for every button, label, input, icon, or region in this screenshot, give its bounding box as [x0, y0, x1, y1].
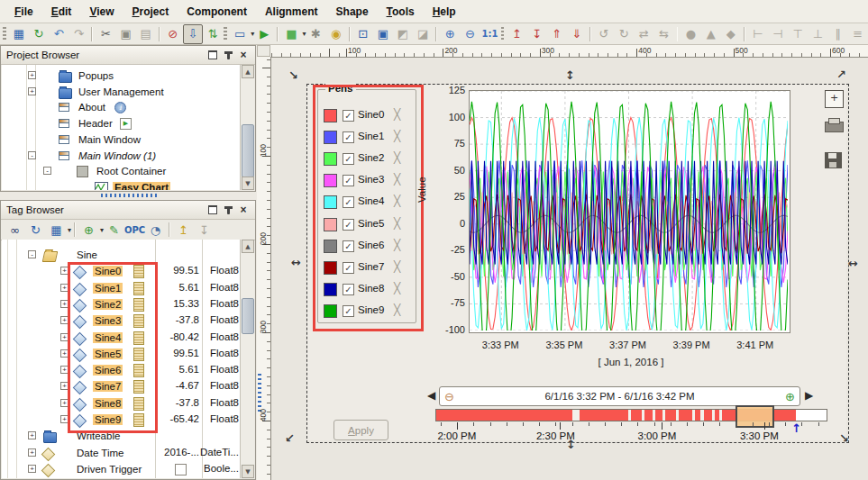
menu-shape[interactable]: Shape: [327, 3, 378, 21]
range-zoom-in-icon[interactable]: ⊕: [781, 390, 799, 403]
expand-icon[interactable]: +: [28, 431, 36, 439]
cut-icon[interactable]: ✂: [96, 24, 115, 44]
tag-datatype: Boole...: [191, 463, 239, 474]
tag-tree-row[interactable]: -Sine: [2, 247, 241, 263]
project-tree[interactable]: +Popups+User ManagementAboutiHeader▶Main…: [2, 65, 241, 190]
collapse-icon[interactable]: -: [28, 151, 36, 159]
project-tree-row[interactable]: Abouti: [2, 99, 241, 115]
bring-to-front-icon[interactable]: ⇑: [547, 24, 567, 44]
project-tree-row[interactable]: Main Window: [2, 131, 241, 148]
db-sync-icon[interactable]: ⇅: [203, 24, 223, 44]
tag-grid-icon[interactable]: ▦: [46, 220, 67, 240]
menu-help[interactable]: Help: [424, 3, 465, 21]
scan-class-clock-icon[interactable]: ◔: [145, 220, 166, 240]
scroll-up-icon[interactable]: ▲: [242, 65, 254, 78]
menu-component[interactable]: Component: [178, 3, 256, 21]
db-download-icon[interactable]: ⇩: [183, 24, 203, 44]
toolbar-drag-handle[interactable]: [3, 27, 6, 41]
project-tree-row[interactable]: +User Management: [2, 84, 241, 100]
close-panel-icon[interactable]: ×: [237, 49, 250, 61]
preview-play-icon[interactable]: ▶: [254, 24, 274, 44]
move-backward-icon[interactable]: ↧: [527, 24, 547, 44]
menu-view[interactable]: View: [80, 3, 123, 21]
refresh-tags-icon[interactable]: ↻: [25, 220, 46, 240]
project-tree-row[interactable]: Easy Chart: [2, 179, 241, 190]
tag-tree-scrollbar[interactable]: ▲ ▼: [240, 240, 254, 478]
easy-chart-plot[interactable]: [469, 90, 790, 333]
save-all-icon[interactable]: ▦: [9, 24, 29, 44]
float-panel-icon[interactable]: [206, 49, 219, 61]
project-tree-scrollbar[interactable]: ▲ ▼: [240, 65, 254, 190]
workspace-splitter-handle[interactable]: [258, 374, 261, 412]
scroll-down-icon[interactable]: ▼: [242, 465, 254, 478]
timeline-time-label: 3:00 PM: [630, 430, 684, 441]
scroll-down-icon[interactable]: ▼: [242, 177, 254, 190]
send-to-back-icon[interactable]: ⇓: [567, 24, 587, 44]
apply-button[interactable]: Apply: [333, 420, 388, 440]
range-next-button[interactable]: ▶: [805, 389, 813, 402]
resize-handle-bottom-right[interactable]: ↘: [839, 431, 849, 445]
project-tree-row[interactable]: -Root Container: [2, 163, 241, 179]
resize-handle-mid-right[interactable]: ↔: [848, 257, 858, 270]
scroll-up-icon[interactable]: ▲: [242, 240, 254, 253]
menu-alignment[interactable]: Alignment: [256, 3, 327, 21]
tag-tree-row[interactable]: +Date Time2016-...DateTi...: [2, 445, 241, 461]
import-tags-icon[interactable]: ↥: [173, 220, 194, 240]
dropdown-caret-icon[interactable]: ▾: [68, 226, 71, 234]
panel-splitter-handle[interactable]: [101, 194, 157, 197]
resize-handle-top-right[interactable]: ↗: [836, 68, 846, 81]
date-range-box[interactable]: ⊖ 6/1/16 3:32 PM - 6/1/16 3:42 PM ⊕: [439, 386, 800, 406]
toolbar-drag-handle[interactable]: [501, 27, 505, 41]
expand-icon[interactable]: +: [28, 87, 36, 95]
chart-save-button[interactable]: [825, 152, 842, 168]
resize-handle-top-left[interactable]: ↘: [288, 68, 298, 82]
db-cancel-icon[interactable]: ⊘: [163, 24, 183, 44]
scrollbar-thumb[interactable]: [242, 124, 254, 177]
menu-tools[interactable]: Tools: [378, 3, 424, 21]
undo-icon[interactable]: ↶: [49, 24, 69, 44]
move-forward-icon[interactable]: ↥: [507, 24, 526, 44]
add-tag-icon[interactable]: ⊕: [78, 220, 99, 240]
expand-icon[interactable]: +: [28, 71, 36, 79]
expand-icon[interactable]: +: [28, 448, 36, 457]
project-tree-row[interactable]: +Popups: [2, 68, 241, 84]
zoom-in-icon[interactable]: ⊕: [440, 24, 460, 44]
zoom-actual-icon[interactable]: 1:1: [480, 24, 499, 44]
open-window-icon[interactable]: ▭: [230, 24, 250, 44]
menu-file[interactable]: File: [5, 3, 42, 21]
security-lock-icon[interactable]: ◉: [326, 24, 346, 44]
toolbar-drag-handle[interactable]: [224, 27, 227, 41]
edit-tag-icon[interactable]: ✎: [104, 220, 124, 240]
update-project-icon[interactable]: ↻: [29, 24, 49, 44]
copy-icon[interactable]: ▣: [116, 24, 136, 44]
menu-project[interactable]: Project: [123, 3, 178, 21]
expand-icon[interactable]: +: [28, 465, 36, 473]
search-binoculars-icon[interactable]: ∞: [5, 220, 25, 240]
float-panel-icon[interactable]: [206, 204, 219, 216]
menu-edit[interactable]: Edit: [42, 3, 81, 21]
chart-maximize-button[interactable]: +: [825, 90, 844, 108]
settings-gears-icon[interactable]: ✱: [306, 24, 325, 44]
selection-bounds-icon[interactable]: ⊡: [353, 24, 373, 44]
zoom-out-icon[interactable]: ⊖: [460, 24, 480, 44]
scrollbar-thumb[interactable]: [242, 298, 254, 334]
chart-print-button[interactable]: [825, 122, 844, 132]
resize-handle-top-center[interactable]: ↕: [565, 68, 575, 82]
close-panel-icon[interactable]: ×: [237, 204, 250, 216]
project-tree-row[interactable]: Header▶: [2, 115, 241, 131]
pin-panel-icon[interactable]: [222, 49, 234, 61]
collapse-icon[interactable]: -: [28, 250, 36, 258]
tag-value-checkbox[interactable]: [175, 464, 187, 475]
range-zoom-out-icon[interactable]: ⊖: [440, 390, 459, 403]
range-prev-button[interactable]: ◀: [427, 389, 435, 402]
tag-tree-row[interactable]: +Driven TriggerBoole...: [2, 461, 241, 477]
crop-view-icon[interactable]: ▣: [373, 24, 393, 44]
opc-browse-icon[interactable]: OPC: [124, 220, 145, 240]
resize-handle-mid-left[interactable]: ↔: [291, 256, 301, 269]
resize-handle-bottom-left[interactable]: ↙: [285, 431, 295, 445]
project-tree-row[interactable]: -Main Window (1): [2, 148, 241, 164]
collapse-icon[interactable]: -: [43, 167, 51, 175]
component-palette-icon[interactable]: ■: [281, 24, 301, 44]
pin-panel-icon[interactable]: [222, 204, 234, 216]
ignition-designer-window: { "menu": {"items": [ {"label": "File", …: [0, 0, 868, 480]
